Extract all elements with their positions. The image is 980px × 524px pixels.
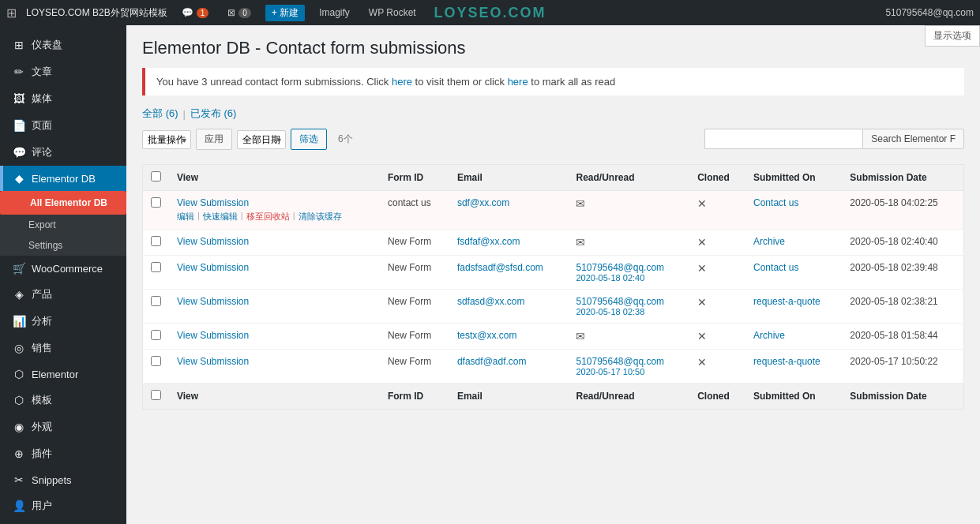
- filter-all[interactable]: 全部 (6): [142, 107, 178, 121]
- reply-email: 510795648@qq.com: [576, 296, 664, 307]
- admin-bar: ⊞ LOYSEO.COM B2B外贸网站模板 💬 1 ⊠ 0 + 新建 Imag…: [0, 0, 980, 25]
- sidebar-label-plugins: 插件: [32, 447, 52, 461]
- email-link[interactable]: sdfasd@xx.com: [457, 296, 525, 307]
- email-link[interactable]: fadsfsadf@sfsd.com: [457, 262, 543, 273]
- sidebar-item-comments[interactable]: 💬 评论: [0, 139, 126, 166]
- read-unread-cell: ✉: [568, 324, 689, 350]
- col-read-unread[interactable]: Read/Unread: [568, 165, 689, 191]
- cloned-cell: ✕: [689, 230, 745, 256]
- sidebar-label-users: 用户: [32, 499, 52, 513]
- table-row: View SubmissionNew Formdfasdf@adf.com510…: [143, 350, 964, 384]
- row-checkbox[interactable]: [151, 236, 161, 246]
- email-link[interactable]: testx@xx.com: [457, 330, 517, 341]
- sidebar-item-plugins[interactable]: ⊕ 插件: [0, 440, 126, 467]
- submitted-on-link[interactable]: Archive: [753, 330, 785, 341]
- submitted-on-link[interactable]: request-a-quote: [753, 356, 820, 367]
- email-link[interactable]: dfasdf@adf.com: [457, 356, 527, 367]
- search-input[interactable]: [704, 129, 862, 149]
- sidebar-item-media[interactable]: 🖼 媒体: [0, 85, 126, 112]
- row-action[interactable]: 快速编辑: [203, 211, 238, 223]
- row-action: |: [293, 211, 295, 223]
- sidebar-item-users[interactable]: 👤 用户: [0, 492, 126, 519]
- adminbar-wprocket[interactable]: WP Rocket: [364, 6, 421, 20]
- display-options-button[interactable]: 显示选项: [925, 25, 980, 47]
- filter-button[interactable]: 筛选: [291, 129, 327, 150]
- sidebar-item-products[interactable]: ◈ 产品: [0, 281, 126, 308]
- sidebar-label-posts: 文章: [32, 65, 52, 79]
- sidebar-item-appearance[interactable]: ◉ 外观: [0, 414, 126, 440]
- form-id-cell: New Form: [380, 256, 449, 290]
- adminbar-site-name[interactable]: LOYSEO.COM B2B外贸网站模板: [26, 6, 167, 20]
- form-id-cell: New Form: [380, 324, 449, 350]
- envelope-icon: ✉: [576, 330, 585, 342]
- sidebar-item-pages[interactable]: 📄 页面: [0, 112, 126, 139]
- users-icon: 👤: [13, 500, 25, 512]
- adminbar-imagify[interactable]: Imagify: [314, 6, 355, 20]
- sidebar-label-sales: 销售: [32, 341, 52, 355]
- sidebar-item-elementor[interactable]: ⬡ Elementor: [0, 361, 126, 387]
- view-submission-link[interactable]: View Submission: [177, 262, 249, 273]
- main-content: 显示选项 Elementor DB - Contact form submiss…: [126, 25, 980, 524]
- apply-button[interactable]: 应用: [196, 129, 232, 150]
- submitted-on-link[interactable]: Contact us: [753, 197, 798, 208]
- submitted-on-link[interactable]: Contact us: [753, 262, 798, 273]
- row-action[interactable]: 编辑: [177, 211, 194, 223]
- row-checkbox[interactable]: [151, 296, 161, 306]
- notice-link-1[interactable]: here: [392, 76, 412, 88]
- notice-link-2[interactable]: here: [508, 76, 528, 88]
- search-button[interactable]: Search Elementor F: [862, 129, 964, 149]
- submission-date-cell: 2020-05-18 02:38:21: [842, 290, 963, 324]
- adminbar-pingbacks[interactable]: ⊠ 0: [223, 6, 256, 20]
- col-form-id[interactable]: Form ID: [380, 165, 449, 191]
- col-email[interactable]: Email: [449, 165, 569, 191]
- sidebar-item-posts[interactable]: ✏ 文章: [0, 58, 126, 85]
- view-submission-link[interactable]: View Submission: [177, 197, 249, 208]
- bulk-actions-select[interactable]: 批量操作 删除: [142, 130, 191, 149]
- select-all-footer-checkbox[interactable]: [151, 390, 161, 400]
- col-cloned[interactable]: Cloned: [689, 165, 745, 191]
- sidebar-item-templates[interactable]: ⬡ 模板: [0, 387, 126, 414]
- sidebar-item-elementordb[interactable]: ◆ Elementor DB: [0, 166, 126, 191]
- submenu-export[interactable]: Export: [0, 215, 126, 235]
- sidebar-item-snippets[interactable]: ✂ Snippets: [0, 467, 126, 492]
- row-checkbox[interactable]: [151, 262, 161, 272]
- adminbar-user[interactable]: 510795648@qq.com: [885, 7, 974, 18]
- row-checkbox[interactable]: [151, 197, 161, 208]
- view-submission-link[interactable]: View Submission: [177, 236, 249, 247]
- comment-icon: 💬: [182, 7, 193, 18]
- cloned-cell: ✕: [689, 350, 745, 384]
- select-all-checkbox[interactable]: [151, 171, 161, 182]
- submitted-on-link[interactable]: Archive: [753, 236, 785, 247]
- form-id-cell: contact us: [380, 191, 449, 230]
- adminbar-comments[interactable]: 💬 1: [177, 6, 214, 20]
- view-submission-link[interactable]: View Submission: [177, 356, 249, 367]
- sidebar-item-woocommerce[interactable]: 🛒 WooCommerce: [0, 256, 126, 281]
- sidebar-item-dashboard[interactable]: ⊞ 仪表盘: [0, 32, 126, 58]
- sidebar-label-elementordb: Elementor DB: [32, 173, 96, 185]
- reply-date: 2020-05-18 02:38: [576, 307, 681, 316]
- row-checkbox[interactable]: [151, 356, 161, 366]
- view-submission-link[interactable]: View Submission: [177, 296, 249, 307]
- submenu-settings[interactable]: Settings: [0, 235, 126, 256]
- row-action[interactable]: 清除该缓存: [299, 211, 342, 223]
- col-submitted-on[interactable]: Submitted On: [745, 165, 842, 191]
- view-submission-link[interactable]: View Submission: [177, 330, 249, 341]
- sidebar-label-comments: 评论: [32, 145, 52, 159]
- row-action[interactable]: 移至回收站: [246, 211, 290, 223]
- col-view[interactable]: View: [169, 165, 380, 191]
- envelope-icon: ✉: [576, 197, 585, 210]
- submitted-on-link[interactable]: request-a-quote: [753, 296, 820, 307]
- col-submission-date[interactable]: Submission Date: [842, 165, 963, 191]
- sidebar-item-sales[interactable]: ◎ 销售: [0, 335, 126, 361]
- submenu-all-elementordb[interactable]: All Elementor DB: [0, 191, 126, 215]
- email-link[interactable]: sdf@xx.com: [457, 197, 509, 208]
- adminbar-new-button[interactable]: + 新建: [265, 5, 305, 21]
- table-header-row: View Form ID Email Read/Unread Cloned Su…: [143, 165, 964, 191]
- date-filter-select[interactable]: 全部日期 2020-05: [237, 130, 286, 149]
- filter-published[interactable]: 已发布 (6): [190, 107, 237, 121]
- sidebar-label-templates: 模板: [32, 393, 52, 407]
- sidebar-item-analytics[interactable]: 📊 分析: [0, 308, 126, 335]
- row-checkbox[interactable]: [151, 330, 161, 340]
- email-link[interactable]: fsdfaf@xx.com: [457, 236, 520, 247]
- cross-icon: ✕: [697, 197, 707, 210]
